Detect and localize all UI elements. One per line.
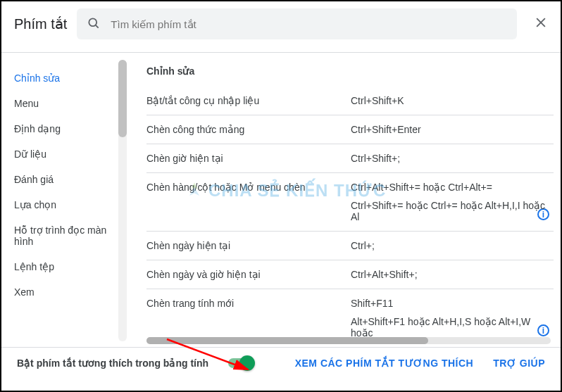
shortcut-label: Chèn ngày và giờ hiện tại xyxy=(146,269,351,280)
shortcut-label: Bật/tắt công cụ nhập liệu xyxy=(146,95,351,106)
close-icon[interactable] xyxy=(534,15,548,33)
search-icon xyxy=(87,16,101,32)
shortcut-value: Ctrl+Shift+; xyxy=(351,153,554,164)
sidebar-item-chinh-sua[interactable]: Chỉnh sửa xyxy=(14,65,127,91)
sidebar: Chỉnh sửa Menu Định dạng Dữ liệu Đánh gi… xyxy=(1,53,127,347)
svg-point-0 xyxy=(89,18,97,26)
sidebar-item-xem[interactable]: Xem xyxy=(14,279,127,305)
shortcut-row: Chèn hàng/cột hoặc Mở menu chèn Ctrl+Alt… xyxy=(146,173,554,232)
shortcut-value: Ctrl+Shift+Enter xyxy=(351,124,554,135)
shortcut-label: Chèn ngày hiện tại xyxy=(146,240,351,251)
compatible-toggle[interactable] xyxy=(228,358,254,368)
footer: Bật phím tắt tương thích trong bảng tính… xyxy=(1,347,561,379)
content: Chỉnh sửa Bật/tắt công cụ nhập liệu Ctrl… xyxy=(127,53,561,347)
sidebar-scrollbar[interactable] xyxy=(118,60,127,341)
body: Chỉnh sửa Menu Định dạng Dữ liệu Đánh gi… xyxy=(1,53,561,347)
sidebar-item-danh-gia[interactable]: Đánh giá xyxy=(14,167,127,192)
shortcut-value: Ctrl+; xyxy=(351,240,554,251)
shortcut-label: Chèn công thức mảng xyxy=(146,124,351,135)
header: Phím tắt xyxy=(1,1,561,46)
info-icon[interactable]: i xyxy=(537,324,549,336)
shortcut-value: Shift+F11 Alt+Shift+F1 hoặc Alt+H,I,S ho… xyxy=(351,298,554,339)
sidebar-item-lua-chon[interactable]: Lựa chọn xyxy=(14,192,127,217)
shortcut-label: Chèn giờ hiện tại xyxy=(146,153,351,164)
shortcut-row: Chèn ngày hiện tại Ctrl+; xyxy=(146,232,554,260)
shortcut-row: Chèn ngày và giờ hiện tại Ctrl+Alt+Shift… xyxy=(146,260,554,289)
horizontal-scrollbar[interactable] xyxy=(146,337,551,344)
shortcut-row: Chèn giờ hiện tại Ctrl+Shift+; xyxy=(146,144,554,173)
shortcut-label: Chèn hàng/cột hoặc Mở menu chèn xyxy=(146,182,351,222)
help-button[interactable]: TRỢ GIÚP xyxy=(493,358,545,369)
view-compatible-button[interactable]: XEM CÁC PHÍM TẮT TƯƠNG THÍCH xyxy=(295,358,474,369)
shortcut-row: Bật/tắt công cụ nhập liệu Ctrl+Shift+K xyxy=(146,87,554,115)
shortcut-row: Chèn công thức mảng Ctrl+Shift+Enter xyxy=(146,115,554,144)
shortcut-value: Ctrl+Alt+Shift+; xyxy=(351,269,554,280)
sidebar-item-menu[interactable]: Menu xyxy=(14,91,127,116)
sidebar-item-du-lieu[interactable]: Dữ liệu xyxy=(14,141,127,167)
sidebar-item-ho-tro[interactable]: Hỗ trợ trình đọc màn hình xyxy=(14,217,127,254)
svg-line-1 xyxy=(96,25,99,27)
sidebar-item-lenh-tep[interactable]: Lệnh tệp xyxy=(14,254,127,279)
page-title: Phím tắt xyxy=(14,15,67,32)
sidebar-item-dinh-dang[interactable]: Định dạng xyxy=(14,116,127,141)
search-box[interactable] xyxy=(77,8,517,39)
shortcut-label: Chèn trang tính mới xyxy=(146,298,351,339)
search-input[interactable] xyxy=(111,18,507,30)
section-title: Chỉnh sửa xyxy=(146,65,554,77)
shortcut-value: Ctrl+Shift+K xyxy=(351,95,554,106)
shortcut-value: Ctrl+Alt+Shift+= hoặc Ctrl+Alt+= Ctrl+Sh… xyxy=(351,182,554,222)
toggle-label: Bật phím tắt tương thích trong bảng tính xyxy=(17,358,208,369)
